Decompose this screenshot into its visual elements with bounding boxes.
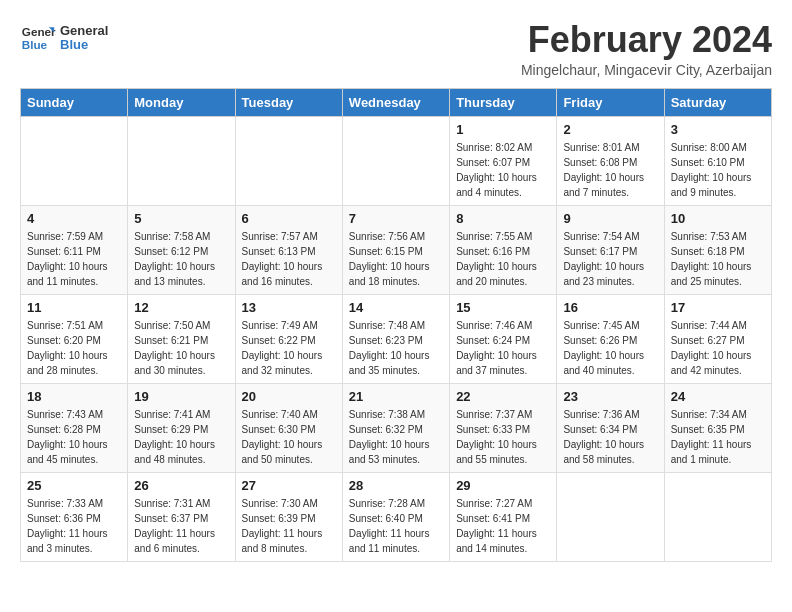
day-number: 9 [563,211,657,226]
day-number: 26 [134,478,228,493]
day-info: Sunrise: 7:36 AMSunset: 6:34 PMDaylight:… [563,407,657,467]
day-info: Sunrise: 7:45 AMSunset: 6:26 PMDaylight:… [563,318,657,378]
calendar-week-row: 18Sunrise: 7:43 AMSunset: 6:28 PMDayligh… [21,383,772,472]
calendar-week-row: 25Sunrise: 7:33 AMSunset: 6:36 PMDayligh… [21,472,772,561]
logo-general: General [60,24,108,38]
day-number: 3 [671,122,765,137]
calendar-cell: 19Sunrise: 7:41 AMSunset: 6:29 PMDayligh… [128,383,235,472]
day-number: 22 [456,389,550,404]
day-number: 17 [671,300,765,315]
calendar-cell [128,116,235,205]
day-number: 19 [134,389,228,404]
logo: General Blue General Blue [20,20,108,56]
calendar-body: 1Sunrise: 8:02 AMSunset: 6:07 PMDaylight… [21,116,772,561]
day-number: 29 [456,478,550,493]
calendar-cell: 3Sunrise: 8:00 AMSunset: 6:10 PMDaylight… [664,116,771,205]
calendar-cell: 6Sunrise: 7:57 AMSunset: 6:13 PMDaylight… [235,205,342,294]
day-info: Sunrise: 7:58 AMSunset: 6:12 PMDaylight:… [134,229,228,289]
calendar-week-row: 1Sunrise: 8:02 AMSunset: 6:07 PMDaylight… [21,116,772,205]
col-tuesday: Tuesday [235,88,342,116]
calendar-cell: 24Sunrise: 7:34 AMSunset: 6:35 PMDayligh… [664,383,771,472]
calendar-cell: 22Sunrise: 7:37 AMSunset: 6:33 PMDayligh… [450,383,557,472]
col-friday: Friday [557,88,664,116]
logo-blue: Blue [60,38,108,52]
day-info: Sunrise: 8:01 AMSunset: 6:08 PMDaylight:… [563,140,657,200]
day-info: Sunrise: 7:57 AMSunset: 6:13 PMDaylight:… [242,229,336,289]
calendar-cell: 28Sunrise: 7:28 AMSunset: 6:40 PMDayligh… [342,472,449,561]
calendar-cell [342,116,449,205]
day-info: Sunrise: 7:37 AMSunset: 6:33 PMDaylight:… [456,407,550,467]
calendar-cell: 15Sunrise: 7:46 AMSunset: 6:24 PMDayligh… [450,294,557,383]
day-info: Sunrise: 7:38 AMSunset: 6:32 PMDaylight:… [349,407,443,467]
day-number: 8 [456,211,550,226]
day-number: 27 [242,478,336,493]
day-info: Sunrise: 7:43 AMSunset: 6:28 PMDaylight:… [27,407,121,467]
calendar-cell: 17Sunrise: 7:44 AMSunset: 6:27 PMDayligh… [664,294,771,383]
day-info: Sunrise: 7:40 AMSunset: 6:30 PMDaylight:… [242,407,336,467]
day-info: Sunrise: 8:00 AMSunset: 6:10 PMDaylight:… [671,140,765,200]
calendar-table: Sunday Monday Tuesday Wednesday Thursday… [20,88,772,562]
calendar-cell: 14Sunrise: 7:48 AMSunset: 6:23 PMDayligh… [342,294,449,383]
day-number: 12 [134,300,228,315]
calendar-cell: 18Sunrise: 7:43 AMSunset: 6:28 PMDayligh… [21,383,128,472]
day-number: 25 [27,478,121,493]
calendar-cell [235,116,342,205]
calendar-cell: 8Sunrise: 7:55 AMSunset: 6:16 PMDaylight… [450,205,557,294]
calendar-cell: 27Sunrise: 7:30 AMSunset: 6:39 PMDayligh… [235,472,342,561]
day-number: 23 [563,389,657,404]
calendar-week-row: 11Sunrise: 7:51 AMSunset: 6:20 PMDayligh… [21,294,772,383]
calendar-cell [21,116,128,205]
col-monday: Monday [128,88,235,116]
day-info: Sunrise: 7:53 AMSunset: 6:18 PMDaylight:… [671,229,765,289]
calendar-cell: 21Sunrise: 7:38 AMSunset: 6:32 PMDayligh… [342,383,449,472]
day-number: 24 [671,389,765,404]
day-info: Sunrise: 7:41 AMSunset: 6:29 PMDaylight:… [134,407,228,467]
calendar-cell: 1Sunrise: 8:02 AMSunset: 6:07 PMDaylight… [450,116,557,205]
calendar-cell: 10Sunrise: 7:53 AMSunset: 6:18 PMDayligh… [664,205,771,294]
header-row: Sunday Monday Tuesday Wednesday Thursday… [21,88,772,116]
svg-text:Blue: Blue [22,38,48,51]
day-info: Sunrise: 7:54 AMSunset: 6:17 PMDaylight:… [563,229,657,289]
calendar-cell: 12Sunrise: 7:50 AMSunset: 6:21 PMDayligh… [128,294,235,383]
day-info: Sunrise: 7:31 AMSunset: 6:37 PMDaylight:… [134,496,228,556]
month-title: February 2024 [521,20,772,60]
day-number: 13 [242,300,336,315]
calendar-cell: 16Sunrise: 7:45 AMSunset: 6:26 PMDayligh… [557,294,664,383]
col-saturday: Saturday [664,88,771,116]
day-info: Sunrise: 7:28 AMSunset: 6:40 PMDaylight:… [349,496,443,556]
logo-icon: General Blue [20,20,56,56]
calendar-cell [557,472,664,561]
day-number: 15 [456,300,550,315]
day-number: 10 [671,211,765,226]
day-number: 20 [242,389,336,404]
day-info: Sunrise: 7:34 AMSunset: 6:35 PMDaylight:… [671,407,765,467]
day-number: 14 [349,300,443,315]
day-number: 18 [27,389,121,404]
calendar-cell: 7Sunrise: 7:56 AMSunset: 6:15 PMDaylight… [342,205,449,294]
calendar-cell: 29Sunrise: 7:27 AMSunset: 6:41 PMDayligh… [450,472,557,561]
calendar-cell: 13Sunrise: 7:49 AMSunset: 6:22 PMDayligh… [235,294,342,383]
day-number: 28 [349,478,443,493]
calendar-cell: 26Sunrise: 7:31 AMSunset: 6:37 PMDayligh… [128,472,235,561]
calendar-cell: 23Sunrise: 7:36 AMSunset: 6:34 PMDayligh… [557,383,664,472]
day-number: 1 [456,122,550,137]
day-info: Sunrise: 7:46 AMSunset: 6:24 PMDaylight:… [456,318,550,378]
day-info: Sunrise: 7:33 AMSunset: 6:36 PMDaylight:… [27,496,121,556]
svg-text:General: General [22,25,56,38]
calendar-cell: 25Sunrise: 7:33 AMSunset: 6:36 PMDayligh… [21,472,128,561]
day-info: Sunrise: 7:59 AMSunset: 6:11 PMDaylight:… [27,229,121,289]
calendar-cell: 9Sunrise: 7:54 AMSunset: 6:17 PMDaylight… [557,205,664,294]
calendar-cell [664,472,771,561]
day-number: 11 [27,300,121,315]
day-number: 7 [349,211,443,226]
col-sunday: Sunday [21,88,128,116]
day-number: 16 [563,300,657,315]
calendar-cell: 2Sunrise: 8:01 AMSunset: 6:08 PMDaylight… [557,116,664,205]
day-info: Sunrise: 7:44 AMSunset: 6:27 PMDaylight:… [671,318,765,378]
calendar-week-row: 4Sunrise: 7:59 AMSunset: 6:11 PMDaylight… [21,205,772,294]
day-number: 21 [349,389,443,404]
calendar-cell: 4Sunrise: 7:59 AMSunset: 6:11 PMDaylight… [21,205,128,294]
location: Mingelchaur, Mingacevir City, Azerbaijan [521,62,772,78]
day-info: Sunrise: 7:51 AMSunset: 6:20 PMDaylight:… [27,318,121,378]
day-info: Sunrise: 7:56 AMSunset: 6:15 PMDaylight:… [349,229,443,289]
